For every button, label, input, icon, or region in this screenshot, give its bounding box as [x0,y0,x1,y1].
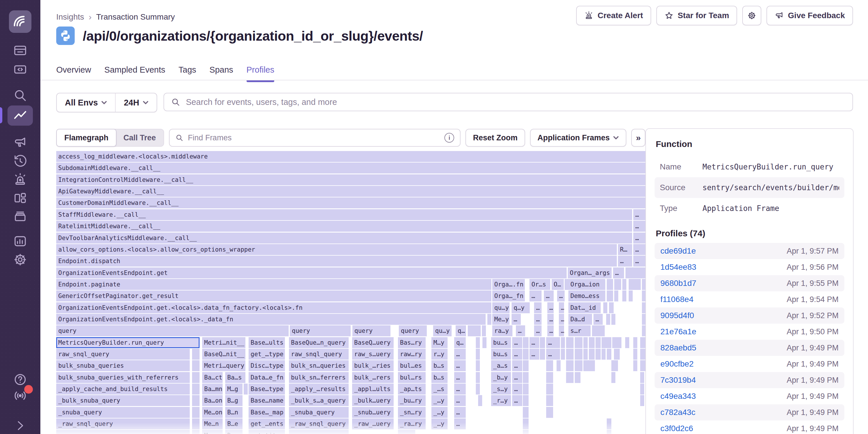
flamegraph-frame[interactable]: … [633,244,645,255]
flamegraph-frame[interactable]: … [547,325,554,336]
flamegraph-frame[interactable]: Orga….fn [492,279,525,290]
flamegraph-frame[interactable] [607,349,611,360]
flamegraph-frame[interactable] [607,337,611,348]
flamegraph-frame[interactable]: q…y [512,302,530,313]
flamegraph-frame[interactable] [583,360,595,371]
flamegraph-frame[interactable] [611,372,615,383]
flamegraph-frame[interactable]: Or…s [529,279,550,290]
flamegraph-frame[interactable]: Me…n [202,430,223,434]
flamegraph-frame[interactable]: bulk_snuba_queries [56,360,190,371]
flamegraph-frame[interactable] [607,419,611,429]
flamegraph-frame[interactable] [633,349,637,360]
flamegraph-frame[interactable] [523,419,529,429]
flamegraph-frame[interactable]: raw_s…uery [352,349,394,360]
flamegraph-frame[interactable] [289,430,349,434]
flamegraph-frame[interactable]: _…y [431,419,447,429]
flamegraph-frame[interactable]: _s…y [491,383,511,395]
flamegraph-frame[interactable]: bul…rs [398,372,426,383]
flamegraph-frame[interactable] [483,337,487,348]
flamegraph-frame[interactable]: Endpoint.dispatch [56,256,617,267]
flamegraph-frame[interactable] [244,383,248,395]
flamegraph-frame[interactable] [609,302,614,313]
flamegraph-frame[interactable] [546,407,553,418]
flamegraph-frame[interactable]: … [454,419,466,429]
flamegraph-frame[interactable] [622,279,626,290]
flamegraph-frame[interactable] [540,349,545,360]
flamegraph-frame[interactable]: Me…on [202,407,223,418]
flamegraph-frame[interactable]: R… [618,244,632,255]
flamegraph-frame[interactable] [192,395,199,406]
flamegraph-frame[interactable] [583,349,588,360]
flamegraph-frame[interactable] [523,430,529,434]
flamegraph-frame[interactable] [192,383,199,395]
flamegraph-frame[interactable] [607,291,613,301]
flamegraph-frame[interactable]: CustomerDomainMiddleware.__call__ [56,197,645,208]
flamegraph-frame[interactable]: raw_snql_query [56,349,190,360]
flamegraph-frame[interactable]: _…y [431,407,447,418]
flamegraph-frame[interactable]: access_log_middleware.<locals>.middlewar… [56,151,645,162]
flamegraph-frame[interactable]: get_…ents [249,419,285,429]
flamegraph-frame[interactable]: Ba…on [202,395,223,406]
flamegraph-frame[interactable]: SubdomainMiddleware.__call__ [56,163,645,173]
flamegraph-frame[interactable] [476,372,480,383]
flamegraph-frame[interactable] [589,349,595,360]
flamegraph-frame[interactable]: IntegrationControlMiddleware.__call__ [56,174,645,185]
flamegraph-frame[interactable]: … [534,325,541,336]
flamegraph-frame[interactable] [633,337,637,348]
profile-link[interactable]: f11068e4 [660,295,693,304]
flamegraph-frame[interactable]: Base…_map [249,407,285,418]
flamegraph-frame[interactable] [625,337,629,348]
flamegraph-frame[interactable] [575,337,583,348]
flamegraph-frame[interactable]: … [633,256,645,267]
flamegraph-frame[interactable] [566,337,574,348]
flamegraph-frame[interactable]: GenericOffsetPaginator.get_result [56,291,491,301]
flamegraph-frame[interactable] [633,360,637,371]
flamegraph-frame[interactable]: … [529,349,539,360]
flamegraph-frame[interactable]: … [547,314,554,325]
flamegraph-frame[interactable] [640,372,644,383]
flamegraph-frame[interactable]: B…n [225,407,243,418]
flamegraph-frame[interactable]: Data…e_fn [249,372,285,383]
flamegraph-frame[interactable]: bulk_snuba_queries_with_referrers [56,372,190,383]
flamegraph-frame[interactable]: D…e [225,430,243,434]
profile-link[interactable]: c49ea343 [660,392,696,401]
flamegraph-frame[interactable]: _snuba_query [289,407,349,418]
flamegraph-frame[interactable]: Dat…_id [568,302,601,313]
flamegraph-frame[interactable] [614,279,621,290]
flamegraph-frame[interactable] [476,360,480,371]
flamegraph-frame[interactable] [575,349,583,360]
flamegraph-frame[interactable]: b…s [431,360,447,371]
flamegraph-frame[interactable]: _bulk…uery [352,395,394,406]
flamegraph-frame[interactable]: … [534,302,541,313]
flamegraph-frame[interactable]: raw…ry [398,349,426,360]
flamegraph-frame[interactable] [629,279,641,290]
flamegraph-frame[interactable]: Endpoint.paginate [56,279,491,290]
flamegraph-frame[interactable]: q… [456,325,466,336]
flamegraph-frame[interactable]: RatelimitMiddleware.__call__ [56,221,632,232]
flamegraph-frame[interactable]: get…tity [249,430,285,434]
flamegraph-frame[interactable]: DevToolbarAnalyticsMiddleware.__call__ [56,233,632,243]
flamegraph-frame[interactable]: query [56,325,289,336]
flamegraph-frame[interactable] [607,430,611,434]
flamegraph-frame[interactable]: _ra…ry [398,419,426,429]
flamegraph-frame[interactable] [192,349,199,360]
flamegraph-frame[interactable]: … [529,337,539,348]
flamegraph-frame[interactable] [523,337,529,348]
flamegraph-frame[interactable] [192,430,199,434]
flamegraph-frame[interactable]: … [593,314,603,325]
flamegraph-frame[interactable]: OrganizationEventsEndpoint.get.<locals>.… [56,314,486,325]
flamegraph-frame[interactable] [606,314,610,325]
flamegraph-frame[interactable] [614,349,620,360]
flamegraph-frame[interactable]: get_…type [249,349,285,360]
flamegraph-frame[interactable] [589,337,595,348]
flamegraph-frame[interactable]: Me…n [202,419,223,429]
flamegraph-frame[interactable]: Disc…type [249,360,285,371]
profile-link[interactable]: 21e76a1e [660,327,696,336]
profile-link[interactable]: 7c3019b4 [660,375,696,385]
profile-link[interactable]: 1d54ee83 [660,263,696,272]
flamegraph-frame[interactable] [630,267,645,278]
flamegraph-frame[interactable] [611,314,615,325]
flamegraph-frame[interactable] [476,337,480,348]
flamegraph-frame[interactable]: _sn…ry [398,407,426,418]
flamegraph-frame[interactable] [566,360,574,371]
